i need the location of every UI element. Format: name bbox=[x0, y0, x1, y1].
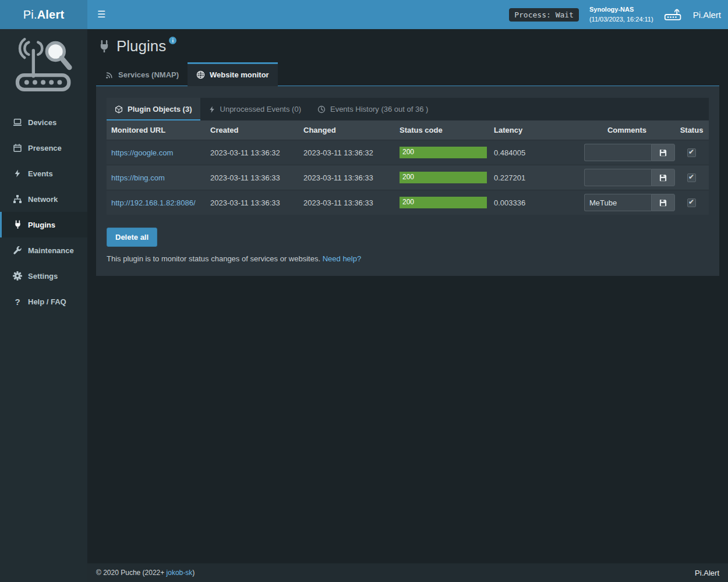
floppy-icon bbox=[659, 198, 667, 207]
sidebar-item-label: Network bbox=[28, 195, 58, 204]
sidebar-item-devices[interactable]: Devices bbox=[0, 109, 87, 135]
cube-icon bbox=[115, 105, 123, 113]
comment-input[interactable] bbox=[584, 194, 651, 211]
status-checkbox[interactable] bbox=[687, 148, 696, 157]
hamburger-menu-icon[interactable]: ☰ bbox=[87, 0, 115, 29]
plug-icon bbox=[98, 40, 111, 53]
tab-unprocessed-events[interactable]: Unprocessed Events (0) bbox=[200, 98, 309, 120]
created-cell: 2023-03-11 13:36:33 bbox=[206, 190, 299, 215]
sidebar-item-label: Devices bbox=[28, 118, 56, 127]
created-cell: 2023-03-11 13:36:32 bbox=[206, 140, 299, 165]
tab-label: Website monitor bbox=[210, 70, 269, 79]
tab-label: Plugin Objects (3) bbox=[128, 105, 192, 113]
tab-plugin-objects[interactable]: Plugin Objects (3) bbox=[107, 98, 200, 120]
calendar-icon bbox=[13, 143, 22, 152]
sidebar-item-settings[interactable]: Settings bbox=[0, 263, 87, 289]
tab-website-monitor[interactable]: Website monitor bbox=[188, 62, 278, 86]
status-code-bar: 200 bbox=[400, 197, 487, 208]
jokob-sk-link[interactable]: jokob-sk bbox=[167, 569, 193, 577]
main-content: Plugins i Services (NMAP) Website monito… bbox=[87, 29, 728, 563]
table-row: https://google.com 2023-03-11 13:36:32 2… bbox=[107, 140, 709, 165]
delete-all-button[interactable]: Delete all bbox=[107, 228, 157, 247]
plugin-help-text: This plugin is to monitor status changes… bbox=[107, 254, 709, 263]
laptop-icon bbox=[13, 118, 22, 127]
changed-cell: 2023-03-11 13:36:33 bbox=[299, 165, 395, 190]
app-window: Pi.Alert ☰ Process: Wait Synology-NAS (1… bbox=[0, 0, 728, 582]
process-status-badge: Process: Wait bbox=[509, 8, 579, 22]
brand-text-bold: Alert bbox=[37, 8, 65, 22]
col-header-changed: Changed bbox=[299, 120, 395, 140]
need-help-link[interactable]: Need help? bbox=[323, 254, 362, 263]
sidebar-item-label: Presence bbox=[28, 144, 62, 152]
col-header-latency: Latency bbox=[489, 120, 579, 140]
comment-input[interactable] bbox=[584, 144, 651, 161]
brand-logo[interactable]: Pi.Alert bbox=[0, 0, 87, 29]
status-code-bar: 200 bbox=[400, 172, 487, 183]
footer-credits: © 2020 Puche (2022+ jokob-sk) bbox=[96, 569, 195, 577]
floppy-icon bbox=[659, 173, 667, 182]
website-monitor-panel: Plugin Objects (3) Unprocessed Events (0… bbox=[96, 86, 719, 276]
sidebar-item-label: Events bbox=[28, 169, 53, 178]
navbar-right: Process: Wait Synology-NAS (11/03/2023, … bbox=[509, 5, 728, 24]
comment-input-group bbox=[584, 169, 675, 186]
save-comment-button[interactable] bbox=[651, 169, 675, 186]
latency-cell: 0.227201 bbox=[489, 165, 579, 190]
gear-icon bbox=[13, 271, 22, 281]
router-icon bbox=[664, 8, 683, 22]
monitored-url-link[interactable]: https://google.com bbox=[111, 148, 173, 157]
comment-input-group bbox=[584, 194, 675, 211]
bolt-icon bbox=[208, 105, 215, 113]
status-code-bar: 200 bbox=[400, 147, 487, 158]
top-bar: Pi.Alert ☰ Process: Wait Synology-NAS (1… bbox=[0, 0, 728, 29]
monitored-url-link[interactable]: http://192.168.1.82:8086/ bbox=[111, 198, 196, 207]
brand-text: Pi. bbox=[23, 8, 37, 22]
latency-cell: 0.003336 bbox=[489, 190, 579, 215]
footer-app-name: Pi.Alert bbox=[695, 569, 719, 577]
table-row: http://192.168.1.82:8086/ 2023-03-11 13:… bbox=[107, 190, 709, 215]
floppy-icon bbox=[659, 148, 667, 157]
plugin-section-tabs: Plugin Objects (3) Unprocessed Events (0… bbox=[107, 98, 709, 120]
save-comment-button[interactable] bbox=[651, 144, 675, 161]
sidebar-item-maintenance[interactable]: Maintenance bbox=[0, 237, 87, 263]
status-checkbox[interactable] bbox=[687, 198, 696, 207]
monitored-url-link[interactable]: https://bing.com bbox=[111, 173, 165, 182]
sidebar-item-label: Help / FAQ bbox=[28, 297, 66, 306]
wrench-icon bbox=[13, 246, 22, 255]
sidebar-item-presence[interactable]: Presence bbox=[0, 135, 87, 161]
comment-input-group bbox=[584, 144, 675, 161]
wifi-icon bbox=[105, 71, 114, 79]
comment-input[interactable] bbox=[584, 169, 651, 186]
info-badge[interactable]: i bbox=[169, 37, 176, 44]
save-comment-button[interactable] bbox=[651, 194, 675, 211]
tab-label: Events History (36 out of 36 ) bbox=[330, 105, 428, 113]
bolt-icon bbox=[13, 169, 22, 178]
changed-cell: 2023-03-11 13:36:32 bbox=[299, 140, 395, 165]
sidebar-nav: Devices Presence Events Network Plugins bbox=[0, 109, 87, 314]
footer: © 2020 Puche (2022+ jokob-sk) Pi.Alert bbox=[87, 563, 728, 582]
tab-events-history[interactable]: Events History (36 out of 36 ) bbox=[309, 98, 436, 120]
sidebar-item-events[interactable]: Events bbox=[0, 161, 87, 186]
col-header-monitored-url: Monitored URL bbox=[107, 120, 206, 140]
tab-label: Unprocessed Events (0) bbox=[220, 105, 301, 113]
globe-icon bbox=[196, 70, 205, 79]
sidebar-item-help-faq[interactable]: ? Help / FAQ bbox=[0, 289, 87, 314]
network-icon bbox=[13, 194, 22, 204]
sidebar-item-network[interactable]: Network bbox=[0, 186, 87, 212]
created-cell: 2023-03-11 13:36:33 bbox=[206, 165, 299, 190]
sidebar-item-plugins[interactable]: Plugins bbox=[0, 212, 87, 237]
status-checkbox[interactable] bbox=[687, 173, 696, 182]
plugin-objects-table: Monitored URL Created Changed Status cod… bbox=[107, 120, 709, 215]
footer-text: © 2020 Puche (2022+ bbox=[96, 569, 167, 577]
host-info: Synology-NAS (11/03/2023, 16:24:11) bbox=[589, 5, 653, 24]
tab-services-nmap[interactable]: Services (NMAP) bbox=[97, 62, 188, 86]
question-icon: ? bbox=[13, 297, 22, 307]
pialert-logo bbox=[0, 29, 87, 100]
footer-text: ) bbox=[192, 569, 195, 577]
sidebar-item-label: Maintenance bbox=[28, 246, 74, 255]
changed-cell: 2023-03-11 13:36:33 bbox=[299, 190, 395, 215]
sidebar-item-label: Plugins bbox=[28, 221, 55, 229]
clock-icon bbox=[317, 105, 326, 113]
table-header-row: Monitored URL Created Changed Status cod… bbox=[107, 120, 709, 140]
sidebar-item-label: Settings bbox=[28, 272, 58, 281]
host-timestamp: (11/03/2023, 16:24:11) bbox=[589, 15, 653, 24]
